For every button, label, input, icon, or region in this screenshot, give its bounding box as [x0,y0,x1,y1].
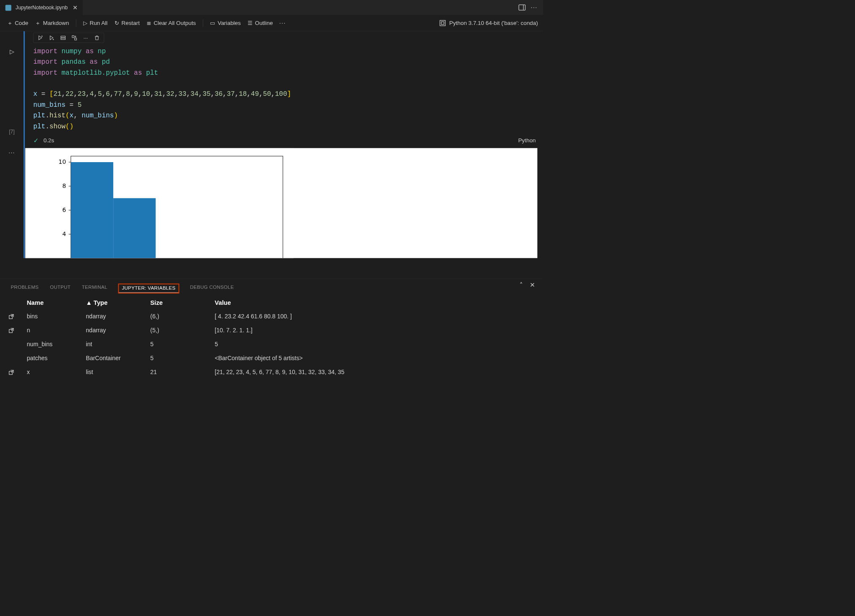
table-header: Name ▲Type Size Value [8,296,535,309]
output-more-icon[interactable]: ··· [8,149,15,156]
cell-more-icon[interactable]: ··· [82,35,89,41]
svg-rect-3 [75,38,77,40]
split-cell-icon[interactable] [60,35,66,41]
table-row[interactable]: nndarray(5,)[10. 7. 2. 1. 1.] [8,323,535,337]
panel-tabs: PROBLEMSOUTPUTTERMINALJUPYTER: VARIABLES… [0,279,543,293]
plus-icon: ＋ [35,19,41,27]
more-actions-icon[interactable]: ··· [531,4,537,11]
restart-button[interactable]: ↻Restart [113,19,141,27]
add-markdown-cell-button[interactable]: ＋Markdown [34,18,71,28]
svg-rect-14 [113,198,155,258]
table-row[interactable]: xlist21[21, 22, 23, 4, 5, 6, 77, 8, 9, 1… [8,365,535,379]
cell-output: 46810 [25,148,537,258]
tab-filename: JupyterNotebook.ipynb [16,5,68,11]
table-row[interactable]: patchesBarContainer5<BarContainer object… [8,351,535,365]
exec-time: 0.2s [44,137,54,144]
kernel-icon [440,20,446,26]
svg-rect-2 [72,35,74,38]
cell-toolbar: ··· [33,33,104,43]
panel-tab-debug-console[interactable]: DEBUG CONSOLE [190,285,234,293]
tab-bar: JupyterNotebook.ipynb ✕ ··· [0,0,543,15]
svg-text:8: 8 [62,182,66,189]
col-name[interactable]: Name [27,299,86,306]
bottom-panel: PROBLEMSOUTPUTTERMINALJUPYTER: VARIABLES… [0,279,543,391]
variables-table: Name ▲Type Size Value binsndarray(6,)[ 4… [0,293,543,391]
svg-rect-13 [71,162,113,258]
close-tab-icon[interactable]: ✕ [73,4,77,11]
delete-cell-icon[interactable] [94,35,100,41]
kernel-selector[interactable]: Python 3.7.10 64-bit ('base': conda) [449,20,538,26]
svg-text:10: 10 [59,158,66,165]
change-cell-type-icon[interactable] [71,35,77,41]
svg-text:4: 4 [62,231,66,237]
run-all-button[interactable]: ▷Run All [82,19,109,27]
restart-icon: ↻ [114,20,119,26]
code-cell[interactable]: ··· import numpy as npimport pandas as p… [24,31,543,258]
code-editor[interactable]: import numpy as npimport pandas as pdimp… [25,44,543,136]
execution-count: [7] [9,129,14,135]
panel-tab-terminal[interactable]: TERMINAL [82,285,107,293]
col-size[interactable]: Size [150,299,215,306]
separator [76,19,76,27]
table-row[interactable]: num_binsint55 [8,337,535,351]
separator [203,19,203,27]
split-editor-icon[interactable] [518,5,526,11]
col-value[interactable]: Value [215,299,535,306]
notebook-file-icon [5,5,11,11]
editor-tab[interactable]: JupyterNotebook.ipynb ✕ [0,0,83,15]
notebook-toolbar: ＋Code ＋Markdown ▷Run All ↻Restart ≣Clear… [0,15,543,31]
panel-close-icon[interactable]: ✕ [530,281,535,289]
svg-rect-0 [61,36,65,38]
run-cell-icon[interactable]: ▷ [10,48,14,55]
sort-asc-icon: ▲ [86,299,92,306]
panel-tab-problems[interactable]: PROBLEMS [11,285,38,293]
plus-icon: ＋ [7,19,13,27]
add-code-cell-button[interactable]: ＋Code [5,18,30,28]
cell-language[interactable]: Python [518,137,538,144]
cell-gutter: ▷ [7] ··· [0,31,24,258]
panel-tab-output[interactable]: OUTPUT [50,285,71,293]
clear-outputs-button[interactable]: ≣Clear All Outputs [145,19,197,27]
run-all-icon: ▷ [83,20,87,26]
run-cell-above-icon[interactable] [37,35,44,41]
run-cell-below-icon[interactable] [49,35,55,41]
outline-icon: ☰ [248,20,253,26]
open-variable-icon[interactable] [8,369,14,375]
check-icon: ✓ [33,137,39,144]
outline-button[interactable]: ☰Outline [246,19,275,27]
table-row[interactable]: binsndarray(6,)[ 4. 23.2 42.4 61.6 80.8 … [8,309,535,323]
histogram-plot: 46810 [25,148,294,258]
notebook-area: ▷ [7] ··· ··· import numpy as npimport p… [0,31,543,279]
toolbar-more-icon[interactable]: ··· [278,19,287,28]
open-variable-icon[interactable] [8,313,14,320]
cell-status: ✓ 0.2s Python [25,136,543,148]
svg-text:6: 6 [62,206,66,213]
svg-rect-1 [61,38,65,39]
col-type[interactable]: ▲Type [86,299,150,306]
variables-icon: ▭ [210,20,215,26]
open-variable-icon[interactable] [8,327,14,334]
panel-chevron-up-icon[interactable]: ˄ [520,281,523,289]
clear-icon: ≣ [147,20,151,26]
variables-button[interactable]: ▭Variables [209,19,242,27]
panel-tab-jupyter-variables[interactable]: JUPYTER: VARIABLES [119,284,179,293]
